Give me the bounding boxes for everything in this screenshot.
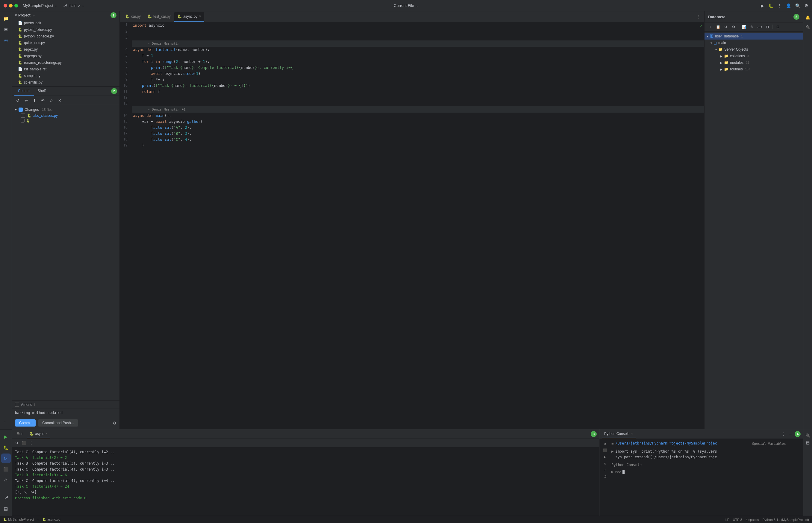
stop-icon[interactable]: ⬛ — [21, 440, 27, 446]
problems-icon[interactable]: ⚠ — [1, 475, 11, 485]
db-tree-item-server-objects[interactable]: ▾ 📁 Server Objects — [704, 46, 803, 53]
changes-checkbox[interactable] — [19, 108, 23, 112]
profile-icon[interactable]: 👤 — [786, 3, 791, 8]
branch-indicator[interactable]: ⎇ main ↗ ⌄ — [63, 4, 84, 8]
close-tab-icon[interactable]: ✕ — [631, 432, 633, 435]
debug-icon[interactable]: 🐛 — [768, 3, 773, 8]
list-item[interactable]: 📄 poetry.lock — [12, 20, 119, 26]
project-name[interactable]: MySampleProject ⌄ — [23, 3, 57, 8]
db-tree-item-routines[interactable]: ▶ 📁 routines 157 — [704, 66, 803, 72]
properties-icon[interactable]: ⚙ — [730, 24, 737, 30]
close-icon[interactable]: ✕ — [56, 97, 63, 104]
project-panel-header[interactable]: ▾ Project ⌄ 1 — [12, 12, 119, 19]
edit-icon[interactable]: ✎ — [749, 24, 755, 30]
plugin-bottom-icon[interactable]: 🔌 — [804, 432, 811, 439]
terminal-icon[interactable]: ⬛ — [1, 464, 11, 474]
run-sidebar-icon[interactable]: ▶ — [1, 432, 11, 441]
tab-commit[interactable]: Commit — [14, 87, 34, 95]
current-file-indicator[interactable]: Current File ⌄ — [394, 3, 418, 8]
terminal-bottom-icon[interactable]: ▤ — [1, 504, 11, 513]
statusbar-indent[interactable]: 4 spaces — [746, 518, 759, 522]
commit-settings-icon[interactable]: ⚙ — [113, 421, 116, 425]
db-tree-item-main[interactable]: ▾ ◫ main — [704, 39, 803, 46]
terminal-bottom2-icon[interactable]: ▤ — [804, 439, 811, 446]
list-item[interactable]: 🐍 pytest_fixtures.py — [12, 26, 119, 33]
python-minimize-icon[interactable]: — — [788, 431, 793, 437]
editor-more-tabs-icon[interactable]: ⋮ — [695, 14, 702, 20]
sync-icon[interactable]: ⟷ — [756, 24, 763, 30]
list-item[interactable]: 🐍 — [14, 118, 118, 123]
list-item[interactable]: 🐍 regex.py — [12, 46, 119, 53]
commit-and-push-button[interactable]: Commit and Push... — [38, 419, 78, 427]
file-checkbox[interactable] — [21, 113, 25, 118]
close-window-button[interactable] — [4, 4, 7, 7]
grid-icon[interactable]: ⊟ — [764, 24, 771, 30]
tab-async-py[interactable]: 🐍 async.py ✕ — [174, 12, 204, 22]
more-run-icon[interactable]: ⋮ — [28, 440, 34, 446]
run-icon[interactable]: ▶ — [761, 3, 764, 8]
play-active-icon[interactable]: ▷ — [1, 453, 11, 463]
close-tab-icon[interactable]: ✕ — [45, 432, 48, 435]
tab-shelf[interactable]: Shelf — [34, 87, 49, 95]
maximize-window-button[interactable] — [14, 4, 18, 7]
refresh-icon[interactable]: ↺ — [14, 97, 21, 104]
schema-icon[interactable]: 📊 — [741, 24, 747, 30]
list-item[interactable]: 🐍 rename_refactorings.py — [12, 59, 119, 66]
python-stop-icon[interactable]: ⬛ — [603, 448, 608, 453]
list-item[interactable]: 🐍 quick_doc.py — [12, 39, 119, 46]
diamond-icon[interactable]: ◇ — [48, 97, 55, 104]
tab-async-run[interactable]: 🐍 async ✕ — [27, 430, 50, 438]
sidebar-item-vcs[interactable]: ◎ — [1, 35, 11, 45]
python-more-icon[interactable]: ⋮ — [780, 431, 786, 437]
python-run-icon[interactable]: ▶ — [603, 454, 608, 460]
git-sidebar-icon[interactable]: ⎇ — [1, 493, 11, 503]
sidebar-item-more[interactable]: ··· — [1, 417, 11, 427]
tab-run[interactable]: Run — [14, 430, 26, 438]
sidebar-item-bookmarks[interactable]: ⊞ — [1, 24, 11, 34]
filter-icon[interactable]: ⊟ — [775, 24, 781, 30]
statusbar-file[interactable]: 🐍 async.py — [42, 518, 60, 522]
refresh-icon[interactable]: ↺ — [722, 24, 729, 30]
statusbar-project[interactable]: 🐍 MySampleProject — [3, 518, 34, 522]
list-item[interactable]: 🐍 abc_classes.py — [14, 113, 118, 118]
debug-sidebar-icon[interactable]: 🐛 — [1, 443, 11, 452]
python-add-icon[interactable]: + — [603, 468, 608, 473]
download-icon[interactable]: ⬇ — [31, 97, 38, 104]
rerun-icon[interactable]: ↺ — [14, 440, 20, 446]
commit-button[interactable]: Commit — [15, 419, 36, 427]
add-datasource-icon[interactable]: + — [707, 24, 714, 30]
tab-python-console[interactable]: Python Console ✕ — [602, 430, 635, 438]
tab-test-car-py[interactable]: 🐍 test_car.py — [144, 12, 174, 22]
search-icon[interactable]: 🔍 — [795, 3, 800, 8]
list-item[interactable]: 🐍 sample.py — [12, 72, 119, 79]
tab-car-py[interactable]: 🐍 car.py — [122, 12, 144, 22]
list-item[interactable]: 📄 rst_sample.rst — [12, 66, 119, 72]
file-checkbox[interactable] — [21, 119, 24, 123]
python-history-icon[interactable]: ⏱ — [603, 474, 608, 480]
statusbar-encoding[interactable]: LF — [725, 518, 730, 522]
code-editor[interactable]: 1 import asyncio ✓ 2 3 — [120, 22, 704, 429]
more-options-icon[interactable]: ⋮ — [778, 3, 782, 8]
amend-checkbox[interactable] — [15, 402, 19, 407]
plugin-icon[interactable]: 🔌 — [804, 23, 811, 31]
copy-icon[interactable]: 📋 — [715, 24, 721, 30]
statusbar-charset[interactable]: UTF-8 — [733, 518, 742, 522]
settings-icon[interactable]: ⚙ — [805, 3, 808, 8]
minimize-window-button[interactable] — [9, 4, 13, 7]
sidebar-item-project[interactable]: 📁 — [1, 14, 11, 23]
commit-message[interactable]: barking method updated — [12, 409, 119, 417]
statusbar-python[interactable]: Python 3.11 (MySampleProject) — [762, 518, 809, 522]
list-item[interactable]: 🐍 scientific.py — [12, 79, 119, 86]
db-tree-item-user-database[interactable]: ▾ 🗄 user_database 1 — [704, 33, 803, 39]
list-item[interactable]: 🐍 python_console.py — [12, 33, 119, 39]
changes-header[interactable]: ▾ Changes 15 files — [14, 106, 118, 113]
notification-icon[interactable]: 🔔 — [804, 14, 811, 21]
python-restart-icon[interactable]: ↺ — [603, 441, 608, 447]
db-tree-item-modules[interactable]: ▶ 📁 modules 11 — [704, 59, 803, 66]
close-tab-icon[interactable]: ✕ — [199, 15, 201, 18]
eye-icon[interactable]: 👁 — [39, 97, 46, 104]
undo-icon[interactable]: ↩ — [23, 97, 29, 104]
db-tree-item-collations[interactable]: ▶ 📁 collations 3 — [704, 53, 803, 59]
python-settings2-icon[interactable]: ⚙ — [603, 461, 608, 466]
list-item[interactable]: 🐍 regexps.py — [12, 53, 119, 59]
